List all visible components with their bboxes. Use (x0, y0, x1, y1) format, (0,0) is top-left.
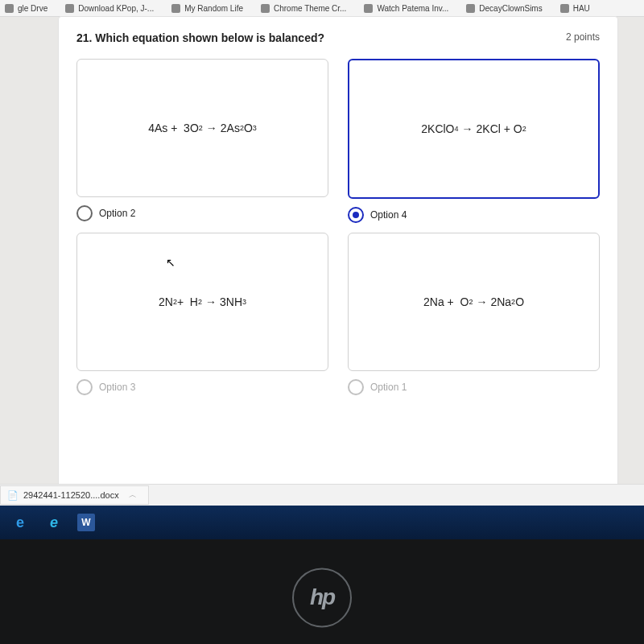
radio-icon[interactable] (348, 207, 364, 223)
bookmark-item[interactable]: gle Drve (5, 4, 47, 13)
radio-icon[interactable] (348, 379, 364, 395)
download-filename: 2942441-112520....docx (23, 490, 119, 500)
laptop-bezel: hp (0, 539, 644, 644)
bookmark-item[interactable]: Watch Patema Inv... (364, 4, 448, 13)
ie-icon[interactable]: e (43, 512, 64, 533)
option-label: Option 1 (370, 382, 407, 393)
bookmark-item[interactable]: Chrome Theme Cr... (261, 4, 346, 13)
word-icon[interactable]: W (77, 514, 95, 531)
cursor-icon: ↖ (166, 256, 175, 269)
option-label: Option 4 (370, 209, 407, 221)
answer-option[interactable]: 2N2 + H2 → 3NH3 Option 3 (76, 233, 328, 395)
radio-icon[interactable] (76, 205, 93, 221)
quiz-card: 21. Which equation shown below is balanc… (58, 16, 618, 507)
question-points: 2 points (566, 31, 600, 43)
bookmarks-bar: gle Drve Download KPop, J-... My Random … (0, 0, 644, 17)
downloads-bar: 📄 2942441-112520....docx ︿ (0, 484, 644, 506)
bookmark-item[interactable]: HAU (560, 4, 590, 13)
answer-option[interactable]: 2Na + O2 → 2Na2O Option 1 (348, 233, 600, 395)
bookmark-item[interactable]: Download KPop, J-... (65, 4, 154, 13)
equation-box[interactable]: 2Na + O2 → 2Na2O (348, 233, 600, 371)
answer-option[interactable]: 2KClO4 → 2KCl + O2 Option 4 (348, 59, 600, 223)
download-chip[interactable]: 📄 2942441-112520....docx ︿ (0, 485, 149, 505)
question-title: 21. Which equation shown below is balanc… (76, 31, 324, 44)
answer-option[interactable]: 4As + 3O2 → 2As2O3 Option 2 (76, 59, 328, 223)
equation-box[interactable]: 4As + 3O2 → 2As2O3 (76, 59, 328, 197)
file-icon: 📄 (7, 490, 19, 501)
option-label: Option 2 (99, 208, 135, 219)
laptop-screen: gle Drve Download KPop, J-... My Random … (0, 0, 644, 539)
equation-box[interactable]: 2N2 + H2 → 3NH3 (76, 233, 328, 371)
radio-icon[interactable] (76, 379, 93, 395)
windows-taskbar: e e W (0, 506, 644, 539)
option-label: Option 3 (99, 382, 135, 393)
bookmark-item[interactable]: My Random Life (171, 4, 243, 13)
chevron-up-icon[interactable]: ︿ (129, 489, 137, 501)
edge-icon[interactable]: e (10, 512, 31, 533)
bookmark-item[interactable]: DecayClownSims (466, 4, 542, 13)
equation-box[interactable]: 2KClO4 → 2KCl + O2 (348, 59, 600, 199)
hp-logo: hp (292, 568, 352, 627)
